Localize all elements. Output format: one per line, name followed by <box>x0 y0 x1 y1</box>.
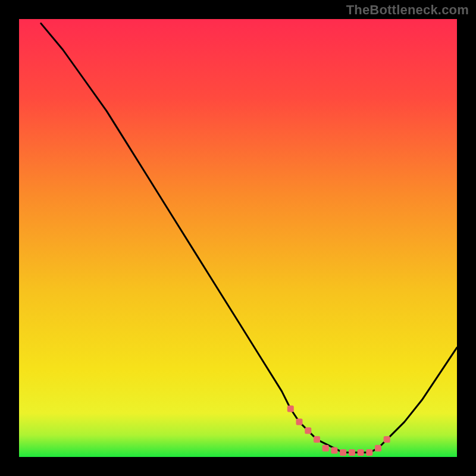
marker-dot <box>331 447 337 454</box>
marker-dot <box>305 427 311 434</box>
plot-svg <box>19 19 457 457</box>
marker-dot <box>287 406 294 412</box>
marker-dot <box>375 445 381 452</box>
marker-dot <box>340 449 346 456</box>
marker-dot <box>349 449 355 456</box>
watermark-text: TheBottleneck.com <box>346 2 469 18</box>
marker-dot <box>358 449 364 456</box>
marker-dot <box>366 449 372 456</box>
gradient-background <box>19 19 457 457</box>
bottleneck-figure: TheBottleneck.com <box>0 0 476 476</box>
marker-dot <box>384 436 390 443</box>
marker-dot <box>322 445 329 452</box>
marker-dot <box>314 436 320 443</box>
plot-frame <box>19 19 457 457</box>
marker-dot <box>296 419 303 425</box>
